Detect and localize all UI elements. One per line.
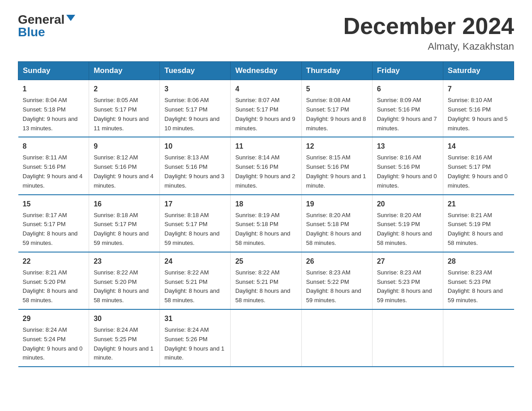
col-tuesday: Tuesday [160,62,231,80]
day-info: Sunrise: 8:24 AMSunset: 5:26 PMDaylight:… [164,326,224,361]
calendar-day-cell: 15 Sunrise: 8:17 AMSunset: 5:17 PMDaylig… [18,195,89,252]
day-number: 18 [235,199,296,210]
calendar-day-cell: 11 Sunrise: 8:14 AMSunset: 5:16 PMDaylig… [231,137,301,194]
calendar-day-cell: 22 Sunrise: 8:21 AMSunset: 5:20 PMDaylig… [18,252,89,309]
page-header: General Blue December 2024 Almaty, Kazak… [18,13,514,52]
day-info: Sunrise: 8:23 AMSunset: 5:22 PMDaylight:… [306,269,361,304]
calendar-day-cell: 26 Sunrise: 8:23 AMSunset: 5:22 PMDaylig… [301,252,372,309]
header-row: Sunday Monday Tuesday Wednesday Thursday… [18,62,514,80]
day-info: Sunrise: 8:23 AMSunset: 5:23 PMDaylight:… [377,269,432,304]
day-number: 19 [306,199,368,210]
day-number: 10 [164,141,226,152]
day-info: Sunrise: 8:11 AMSunset: 5:16 PMDaylight:… [23,154,83,188]
calendar-body: 1 Sunrise: 8:04 AMSunset: 5:18 PMDayligh… [18,80,514,367]
calendar-day-cell [301,309,372,367]
calendar-day-cell: 28 Sunrise: 8:23 AMSunset: 5:23 PMDaylig… [443,252,514,309]
calendar-day-cell: 7 Sunrise: 8:10 AMSunset: 5:16 PMDayligh… [443,80,514,137]
day-number: 20 [377,199,438,210]
col-wednesday: Wednesday [231,62,301,80]
col-monday: Monday [89,62,160,80]
day-number: 25 [235,256,296,267]
day-number: 17 [164,199,226,210]
logo-triangle-icon [66,15,75,21]
day-number: 1 [23,84,85,94]
calendar-day-cell: 29 Sunrise: 8:24 AMSunset: 5:24 PMDaylig… [18,309,89,367]
day-number: 5 [306,84,368,94]
calendar-day-cell [231,309,301,367]
calendar-day-cell: 6 Sunrise: 8:09 AMSunset: 5:16 PMDayligh… [372,80,443,137]
calendar-day-cell [443,309,514,367]
day-info: Sunrise: 8:22 AMSunset: 5:21 PMDaylight:… [235,269,290,304]
calendar-day-cell: 21 Sunrise: 8:21 AMSunset: 5:19 PMDaylig… [443,195,514,252]
day-number: 27 [377,256,438,267]
calendar-day-cell: 25 Sunrise: 8:22 AMSunset: 5:21 PMDaylig… [231,252,301,309]
calendar-day-cell: 24 Sunrise: 8:22 AMSunset: 5:21 PMDaylig… [160,252,231,309]
day-info: Sunrise: 8:05 AMSunset: 5:17 PMDaylight:… [94,97,149,131]
day-info: Sunrise: 8:06 AMSunset: 5:17 PMDaylight:… [164,97,219,131]
location: Almaty, Kazakhstan [343,41,514,52]
day-number: 22 [23,256,85,267]
col-friday: Friday [372,62,443,80]
day-number: 23 [94,256,155,267]
day-info: Sunrise: 8:15 AMSunset: 5:16 PMDaylight:… [306,154,366,188]
day-number: 15 [23,199,85,210]
calendar-day-cell: 2 Sunrise: 8:05 AMSunset: 5:17 PMDayligh… [89,80,160,137]
calendar-day-cell: 23 Sunrise: 8:22 AMSunset: 5:20 PMDaylig… [89,252,160,309]
day-number: 7 [448,84,510,94]
calendar-day-cell: 8 Sunrise: 8:11 AMSunset: 5:16 PMDayligh… [18,137,89,194]
day-info: Sunrise: 8:16 AMSunset: 5:16 PMDaylight:… [377,154,437,188]
day-number: 4 [235,84,296,94]
calendar-day-cell: 20 Sunrise: 8:20 AMSunset: 5:19 PMDaylig… [372,195,443,252]
calendar-day-cell: 30 Sunrise: 8:24 AMSunset: 5:25 PMDaylig… [89,309,160,367]
day-number: 6 [377,84,438,94]
calendar-day-cell: 18 Sunrise: 8:19 AMSunset: 5:18 PMDaylig… [231,195,301,252]
title-section: December 2024 Almaty, Kazakhstan [343,13,514,52]
day-info: Sunrise: 8:08 AMSunset: 5:17 PMDaylight:… [306,97,366,131]
day-number: 14 [448,141,510,152]
day-number: 30 [94,313,155,324]
calendar-day-cell: 9 Sunrise: 8:12 AMSunset: 5:16 PMDayligh… [89,137,160,194]
col-saturday: Saturday [443,62,514,80]
calendar-day-cell: 16 Sunrise: 8:18 AMSunset: 5:17 PMDaylig… [89,195,160,252]
day-info: Sunrise: 8:18 AMSunset: 5:17 PMDaylight:… [164,212,219,246]
day-info: Sunrise: 8:23 AMSunset: 5:23 PMDaylight:… [448,269,503,304]
day-number: 2 [94,84,155,94]
day-number: 11 [235,141,296,152]
day-info: Sunrise: 8:18 AMSunset: 5:17 PMDaylight:… [94,212,149,246]
day-info: Sunrise: 8:21 AMSunset: 5:20 PMDaylight:… [23,269,78,304]
day-info: Sunrise: 8:16 AMSunset: 5:17 PMDaylight:… [448,154,508,188]
calendar-day-cell: 27 Sunrise: 8:23 AMSunset: 5:23 PMDaylig… [372,252,443,309]
calendar-week-row: 22 Sunrise: 8:21 AMSunset: 5:20 PMDaylig… [18,252,514,309]
calendar-day-cell: 4 Sunrise: 8:07 AMSunset: 5:17 PMDayligh… [231,80,301,137]
logo: General Blue [18,13,75,39]
calendar-day-cell: 1 Sunrise: 8:04 AMSunset: 5:18 PMDayligh… [18,80,89,137]
month-title: December 2024 [343,13,514,39]
col-thursday: Thursday [301,62,372,80]
col-sunday: Sunday [18,62,89,80]
day-info: Sunrise: 8:10 AMSunset: 5:16 PMDaylight:… [448,97,508,131]
day-info: Sunrise: 8:24 AMSunset: 5:24 PMDaylight:… [23,326,83,361]
calendar-week-row: 1 Sunrise: 8:04 AMSunset: 5:18 PMDayligh… [18,80,514,137]
day-number: 21 [448,199,510,210]
day-number: 13 [377,141,438,152]
day-info: Sunrise: 8:21 AMSunset: 5:19 PMDaylight:… [448,212,503,246]
calendar-day-cell: 3 Sunrise: 8:06 AMSunset: 5:17 PMDayligh… [160,80,231,137]
day-info: Sunrise: 8:12 AMSunset: 5:16 PMDaylight:… [94,154,154,188]
calendar-day-cell: 13 Sunrise: 8:16 AMSunset: 5:16 PMDaylig… [372,137,443,194]
calendar-day-cell: 14 Sunrise: 8:16 AMSunset: 5:17 PMDaylig… [443,137,514,194]
day-number: 16 [94,199,155,210]
day-number: 26 [306,256,368,267]
day-info: Sunrise: 8:09 AMSunset: 5:16 PMDaylight:… [377,97,437,131]
day-info: Sunrise: 8:24 AMSunset: 5:25 PMDaylight:… [94,326,154,361]
day-number: 12 [306,141,368,152]
day-info: Sunrise: 8:17 AMSunset: 5:17 PMDaylight:… [23,212,78,246]
calendar-day-cell: 17 Sunrise: 8:18 AMSunset: 5:17 PMDaylig… [160,195,231,252]
calendar-day-cell: 19 Sunrise: 8:20 AMSunset: 5:18 PMDaylig… [301,195,372,252]
calendar-header: Sunday Monday Tuesday Wednesday Thursday… [18,62,514,80]
calendar-table: Sunday Monday Tuesday Wednesday Thursday… [18,61,514,367]
logo-general: General [18,13,64,26]
day-info: Sunrise: 8:04 AMSunset: 5:18 PMDaylight:… [23,97,78,131]
day-number: 8 [23,141,85,152]
day-number: 9 [94,141,155,152]
day-number: 31 [164,313,226,324]
